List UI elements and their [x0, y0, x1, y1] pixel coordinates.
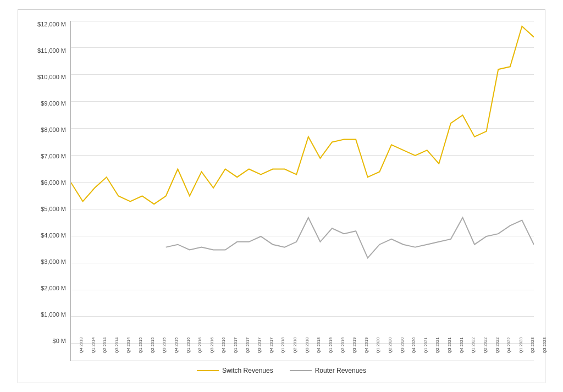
x-axis-label: Q3 2016 — [209, 337, 214, 353]
x-axis-label: Q1 2017 — [233, 337, 238, 353]
x-axis-label: Q3 2021 — [447, 337, 452, 353]
switch-legend-line — [197, 370, 219, 371]
y-axis-label: $6,000 M — [41, 179, 66, 186]
x-axis-label: Q3 2020 — [400, 337, 405, 353]
x-axis-label: Q4 2014 — [126, 337, 131, 353]
x-axis-label: Q2 2021 — [435, 337, 440, 353]
router-revenue-line — [166, 217, 534, 258]
x-axis-label: Q2 2015 — [150, 337, 155, 353]
x-axis-label: Q4 2018 — [317, 337, 322, 353]
x-axis-label: Q4 2015 — [174, 337, 179, 353]
x-axis-label: Q3 2022 — [495, 337, 500, 353]
switch-legend-item: Switch Revenues — [197, 367, 273, 374]
y-axis-label: $11,000 M — [37, 47, 66, 54]
x-axis-label: Q3 2018 — [305, 337, 310, 353]
x-axis-label: Q1 2019 — [328, 337, 333, 353]
y-axis-label: $12,000 M — [37, 21, 66, 27]
x-axis-label: Q1 2014 — [91, 337, 96, 353]
y-axis-label: $3,000 M — [41, 258, 66, 265]
y-axis-label: $0 M — [53, 338, 66, 344]
chart-area: $12,000 M$11,000 M$10,000 M$9,000 M$8,00… — [29, 21, 534, 361]
x-axis-label: Q2 2016 — [198, 337, 203, 353]
x-axis-label: Q4 2017 — [269, 337, 274, 353]
x-axis-label: Q4 2013 — [79, 337, 84, 353]
y-axis-label: $1,000 M — [41, 311, 66, 318]
x-axis-label: Q4 2020 — [412, 337, 417, 353]
router-legend-label: Router Revenues — [315, 367, 366, 374]
x-axis-label: Q2 2022 — [483, 337, 488, 353]
x-axis-label: Q2 2017 — [245, 337, 250, 353]
y-axis-label: $10,000 M — [37, 74, 66, 80]
y-axis-label: $2,000 M — [41, 285, 66, 291]
plot-area: Q4 2013Q1 2014Q2 2014Q3 2014Q4 2014Q1 20… — [70, 21, 534, 361]
chart-container: $12,000 M$11,000 M$10,000 M$9,000 M$8,00… — [18, 9, 545, 383]
switch-legend-label: Switch Revenues — [222, 367, 273, 374]
router-legend-item: Router Revenues — [290, 367, 366, 374]
x-axis-label: Q2 2023 — [531, 337, 536, 353]
x-axis-label: Q3 2019 — [352, 337, 357, 353]
y-axis: $12,000 M$11,000 M$10,000 M$9,000 M$8,00… — [29, 21, 70, 361]
x-axis-label: Q2 2019 — [340, 337, 345, 353]
x-axis-label: Q3 2014 — [114, 337, 119, 353]
y-axis-label: $8,000 M — [41, 126, 66, 133]
x-axis-label: Q1 2022 — [471, 337, 476, 353]
x-axis-labels: Q4 2013Q1 2014Q2 2014Q3 2014Q4 2014Q1 20… — [71, 344, 534, 361]
y-axis-label: $4,000 M — [41, 232, 66, 239]
x-axis-label: Q1 2020 — [376, 337, 381, 353]
y-axis-label: $5,000 M — [41, 206, 66, 212]
router-legend-line — [290, 370, 312, 371]
x-axis-label: Q1 2021 — [423, 337, 428, 353]
x-axis-label: Q1 2015 — [138, 337, 143, 353]
y-axis-label: $7,000 M — [41, 153, 66, 159]
x-axis-label: Q4 2019 — [364, 337, 369, 353]
x-axis-label: Q1 2018 — [281, 337, 286, 353]
x-axis-label: Q4 2022 — [507, 337, 512, 353]
x-axis-label: Q3 2023 — [542, 337, 547, 353]
x-axis-label: Q2 2014 — [103, 337, 108, 353]
x-axis-label: Q4 2021 — [459, 337, 464, 353]
switch-revenue-line — [71, 26, 534, 203]
x-axis-label: Q4 2016 — [222, 337, 227, 353]
x-axis-label: Q2 2020 — [388, 337, 393, 353]
x-axis-label: Q1 2016 — [186, 337, 191, 353]
y-axis-label: $9,000 M — [41, 100, 66, 107]
chart-svg — [71, 21, 534, 344]
x-axis-label: Q1 2023 — [518, 337, 523, 353]
x-axis-label: Q2 2018 — [292, 337, 297, 353]
legend: Switch Revenues Router Revenues — [29, 361, 534, 377]
x-axis-label: Q3 2015 — [162, 337, 167, 353]
x-axis-label: Q3 2017 — [257, 337, 262, 353]
